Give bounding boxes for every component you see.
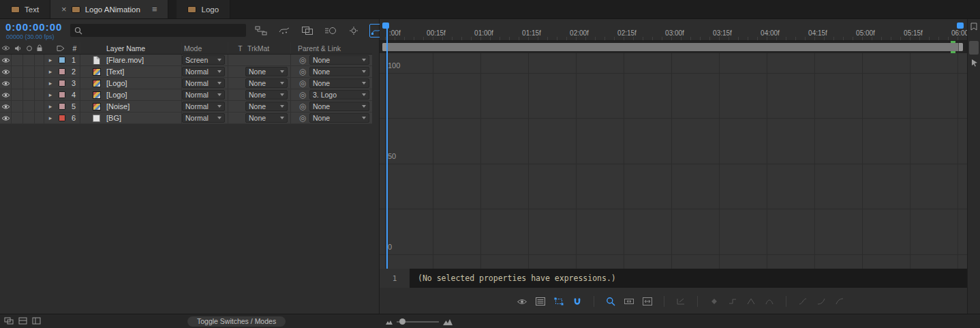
choose-graph-type-button[interactable] <box>534 295 547 308</box>
ease-in-button[interactable] <box>815 295 827 308</box>
fit-selection-button[interactable] <box>623 295 635 308</box>
audio-toggle[interactable] <box>12 113 23 123</box>
layer-row[interactable]: ▸ 1 [Flare.mov] Screen ◎ None <box>0 55 372 66</box>
layer-name-column-header[interactable]: Layer Name <box>105 42 181 54</box>
lock-column-header[interactable] <box>35 42 44 54</box>
label-color-swatch[interactable] <box>57 55 67 65</box>
current-time-display[interactable]: 0:00:00:00 <box>5 21 62 33</box>
parent-dropdown[interactable]: None <box>309 102 369 111</box>
layer-name[interactable]: [Text] <box>105 66 181 77</box>
zoom-slider[interactable] <box>397 321 439 323</box>
audio-toggle[interactable] <box>12 101 23 112</box>
tab-logo-animation[interactable]: × Logo ANimation ≡ <box>50 0 168 18</box>
tab-text[interactable]: Text <box>0 0 50 18</box>
expand-arrow-icon[interactable]: ▸ <box>44 55 57 65</box>
search-input[interactable] <box>86 27 242 35</box>
audio-toggle[interactable] <box>12 66 23 77</box>
label-color-swatch[interactable] <box>57 89 67 100</box>
parent-link-column-header[interactable]: Parent & Link <box>296 42 309 54</box>
index-column-header[interactable]: # <box>67 42 80 54</box>
t-toggle[interactable] <box>233 113 245 123</box>
transform-box-button[interactable] <box>553 295 565 308</box>
navigator-start-handle[interactable] <box>382 23 389 29</box>
zoom-slider-handle[interactable] <box>399 318 405 325</box>
video-toggle[interactable] <box>0 55 12 65</box>
trkmat-dropdown[interactable]: None <box>245 90 288 100</box>
frame-blending-button[interactable] <box>300 24 315 38</box>
solo-toggle[interactable] <box>23 78 35 89</box>
layer-row[interactable]: ▸ 5 [Noise] Normal None ◎ None <box>0 101 372 113</box>
pickwhip-icon[interactable]: ◎ <box>296 55 309 65</box>
expand-arrow-icon[interactable]: ▸ <box>44 89 57 100</box>
mode-dropdown[interactable]: Normal <box>182 78 225 88</box>
video-column-header[interactable] <box>0 42 12 54</box>
lock-toggle[interactable] <box>35 89 44 100</box>
mode-dropdown[interactable]: Screen <box>182 55 225 65</box>
navigator-end-handle[interactable] <box>957 23 964 29</box>
solo-toggle[interactable] <box>23 55 35 65</box>
layer-row[interactable]: ▸ 2 [Text] Normal None ◎ None <box>0 66 372 78</box>
mode-column-header[interactable]: Mode <box>181 42 228 54</box>
label-color-swatch[interactable] <box>57 66 67 77</box>
time-ruler[interactable]: :00f 00:15f 01:00f 01:15f 02:00f 02:15f … <box>380 19 967 41</box>
layer-name[interactable]: [Noise] <box>105 101 181 112</box>
audio-toggle[interactable] <box>12 78 23 89</box>
show-properties-button[interactable] <box>516 295 528 308</box>
layer-row[interactable]: ▸ 6 [BG] Normal None ◎ None <box>0 113 372 124</box>
lock-toggle[interactable] <box>35 78 44 89</box>
expand-arrow-icon[interactable]: ▸ <box>44 78 57 89</box>
mode-dropdown[interactable]: Normal <box>182 113 225 123</box>
t-toggle[interactable] <box>233 55 245 65</box>
zoom-in-icon[interactable] <box>443 318 453 325</box>
lock-toggle[interactable] <box>35 55 44 65</box>
t-toggle[interactable] <box>233 66 245 77</box>
vertical-scrollbar-thumb[interactable] <box>969 41 979 55</box>
panel-menu-icon[interactable]: ≡ <box>152 4 157 14</box>
convert-to-bezier-button[interactable] <box>763 295 776 308</box>
tab-logo[interactable]: Logo <box>177 0 230 18</box>
layer-name[interactable]: [Logo] <box>105 89 181 100</box>
audio-toggle[interactable] <box>12 89 23 100</box>
ease-out-button[interactable] <box>833 295 846 308</box>
t-toggle[interactable] <box>233 78 245 89</box>
layer-row[interactable]: ▸ 4 [Logo] Normal None ◎ 3. Logo <box>0 89 372 101</box>
label-color-swatch[interactable] <box>57 101 67 112</box>
expand-arrow-icon[interactable]: ▸ <box>44 66 57 77</box>
mini-flowchart-button[interactable] <box>254 24 269 38</box>
label-color-swatch[interactable] <box>57 113 67 123</box>
parent-dropdown[interactable]: None <box>309 113 369 123</box>
video-toggle[interactable] <box>0 89 12 100</box>
mode-dropdown[interactable]: Normal <box>182 102 225 111</box>
parent-dropdown[interactable]: None <box>309 67 369 76</box>
work-area-track[interactable] <box>380 41 967 53</box>
t-toggle[interactable] <box>233 89 245 100</box>
zoom-out-icon[interactable] <box>386 318 393 325</box>
audio-toggle[interactable] <box>12 55 23 65</box>
comp-marker-bin-button[interactable] <box>970 23 978 31</box>
lock-toggle[interactable] <box>35 113 44 123</box>
pickwhip-icon[interactable]: ◎ <box>296 78 309 89</box>
solo-toggle[interactable] <box>23 113 35 123</box>
convert-to-linear-button[interactable] <box>745 295 757 308</box>
separate-dimensions-button[interactable] <box>675 295 687 308</box>
edit-keyframes-button[interactable] <box>708 295 720 308</box>
snap-button[interactable] <box>571 295 583 308</box>
graph-editor-grid[interactable]: 100 50 0 <box>380 53 967 269</box>
pickwhip-icon[interactable]: ◎ <box>296 66 309 77</box>
convert-to-hold-button[interactable] <box>726 295 739 308</box>
label-column-header[interactable] <box>57 42 67 54</box>
work-area-bar[interactable] <box>382 43 963 51</box>
work-area-end-handle[interactable] <box>958 43 963 51</box>
layer-row[interactable]: ▸ 3 [Logo] Normal None ◎ None <box>0 78 372 89</box>
close-icon[interactable]: × <box>61 6 67 13</box>
brainstorm-button[interactable] <box>346 24 361 38</box>
motion-blur-button[interactable] <box>323 24 338 38</box>
fit-all-graphs-button[interactable] <box>641 295 654 308</box>
trkmat-dropdown[interactable]: None <box>245 102 288 111</box>
solo-column-header[interactable] <box>23 42 35 54</box>
pickwhip-icon[interactable]: ◎ <box>296 113 309 123</box>
pickwhip-icon[interactable]: ◎ <box>296 89 309 100</box>
audio-column-header[interactable] <box>12 42 23 54</box>
expand-arrow-icon[interactable]: ▸ <box>44 113 57 123</box>
t-toggle[interactable] <box>233 101 245 112</box>
